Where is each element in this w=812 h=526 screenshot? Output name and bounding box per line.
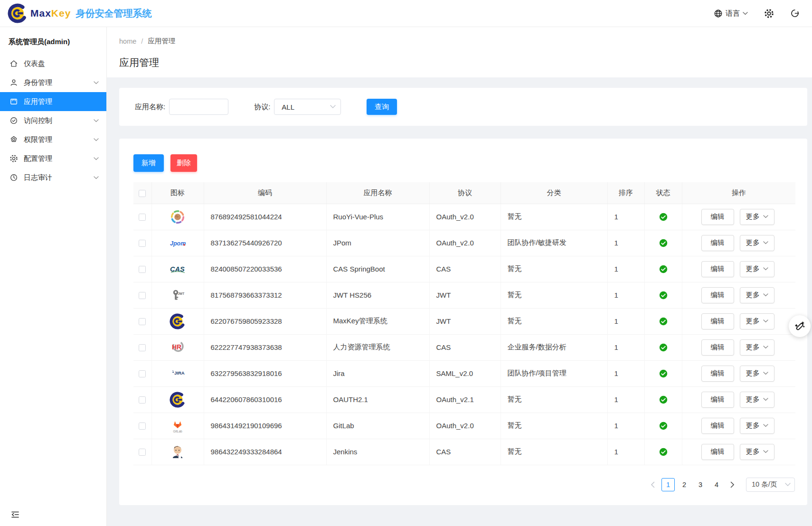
sidebar-item-identity[interactable]: 身份管理 bbox=[0, 73, 106, 92]
svg-text:JIRA: JIRA bbox=[174, 370, 185, 376]
row-checkbox[interactable] bbox=[139, 396, 146, 404]
status-enabled-icon bbox=[659, 343, 668, 352]
sidebar-item-config[interactable]: 配置管理 bbox=[0, 149, 106, 168]
language-selector[interactable]: 语言 bbox=[714, 9, 748, 18]
app-code: 622076759805923328 bbox=[204, 308, 326, 334]
edit-button[interactable]: 编辑 bbox=[701, 209, 734, 225]
page-button[interactable]: 4 bbox=[710, 478, 723, 491]
app-sort: 1 bbox=[607, 413, 644, 439]
chevron-down-icon bbox=[763, 450, 768, 453]
more-button[interactable]: 更多 bbox=[740, 339, 774, 356]
app-name-input[interactable] bbox=[169, 99, 228, 115]
app-sort: 1 bbox=[607, 308, 644, 334]
svg-text:Jpom: Jpom bbox=[170, 240, 186, 247]
app-protocol: OAuth_v2.1 bbox=[429, 386, 500, 413]
app-protocol: CAS bbox=[429, 334, 500, 360]
edit-button[interactable]: 编辑 bbox=[701, 444, 734, 460]
assistant-fab-button[interactable] bbox=[789, 315, 811, 337]
next-page-button[interactable] bbox=[726, 478, 738, 491]
breadcrumb-separator: / bbox=[141, 38, 143, 45]
sidebar-item-apps[interactable]: 应用管理 bbox=[0, 92, 106, 111]
apps-table: 图标 编码 应用名称 协议 分类 排序 状态 操作 8768924 bbox=[133, 182, 795, 465]
maxkey-logo-icon bbox=[8, 3, 28, 23]
app-protocol: OAuth_v2.0 bbox=[429, 230, 500, 256]
more-button[interactable]: 更多 bbox=[740, 418, 774, 434]
app-code: 986432249333284864 bbox=[204, 439, 326, 465]
jwt-icon: JWT bbox=[170, 287, 186, 303]
app-sort: 1 bbox=[607, 334, 644, 360]
row-checkbox[interactable] bbox=[139, 318, 146, 325]
sidebar-item-permissions[interactable]: 权限管理 bbox=[0, 130, 106, 149]
delete-button[interactable]: 删除 bbox=[170, 154, 197, 172]
row-checkbox[interactable] bbox=[139, 370, 146, 377]
sidebar-item-dashboard[interactable]: 仪表盘 bbox=[0, 54, 106, 73]
sidebar-item-audit[interactable]: 日志审计 bbox=[0, 168, 106, 187]
page-size-select[interactable]: 10 条/页 bbox=[746, 478, 795, 492]
more-button[interactable]: 更多 bbox=[740, 392, 774, 408]
settings-button[interactable] bbox=[764, 9, 774, 19]
prev-page-button[interactable] bbox=[646, 478, 659, 491]
breadcrumb-home-link[interactable]: home bbox=[119, 38, 136, 45]
maxkey-icon bbox=[170, 313, 186, 329]
svg-text:HR: HR bbox=[172, 343, 181, 350]
apps-icon bbox=[9, 97, 18, 106]
edit-button[interactable]: 编辑 bbox=[701, 392, 734, 408]
chevron-down-icon bbox=[763, 424, 768, 427]
more-button[interactable]: 更多 bbox=[740, 313, 774, 329]
edit-button[interactable]: 编辑 bbox=[701, 261, 734, 277]
row-checkbox[interactable] bbox=[139, 449, 146, 456]
chevron-down-icon bbox=[94, 81, 99, 85]
chevron-down-icon bbox=[763, 319, 768, 323]
app-code: 986431492190109696 bbox=[204, 413, 326, 439]
app-protocol: OAuth_v2.0 bbox=[429, 413, 500, 439]
edit-button[interactable]: 编辑 bbox=[701, 366, 734, 382]
pagination: 1234 10 条/页 bbox=[133, 478, 795, 492]
select-all-checkbox[interactable] bbox=[139, 190, 146, 197]
page-head: home / 应用管理 应用管理 bbox=[107, 27, 812, 77]
app-category: 企业服务/数据分析 bbox=[500, 334, 607, 360]
breadcrumb: home / 应用管理 bbox=[119, 37, 812, 46]
more-button[interactable]: 更多 bbox=[740, 261, 774, 277]
row-checkbox[interactable] bbox=[139, 214, 146, 221]
more-button[interactable]: 更多 bbox=[740, 209, 774, 225]
logout-button[interactable] bbox=[790, 9, 800, 18]
sidebar-item-access[interactable]: 访问控制 bbox=[0, 111, 106, 130]
app-code: 837136275440926720 bbox=[204, 230, 326, 256]
row-checkbox[interactable] bbox=[139, 423, 146, 430]
edit-button[interactable]: 编辑 bbox=[701, 287, 734, 303]
edit-button[interactable]: 编辑 bbox=[701, 418, 734, 434]
more-button[interactable]: 更多 bbox=[740, 366, 774, 382]
page-button[interactable]: 1 bbox=[661, 478, 675, 491]
app-name: Jenkins bbox=[326, 439, 429, 465]
collapse-sidebar-icon bbox=[10, 510, 20, 519]
status-enabled-icon bbox=[659, 239, 668, 247]
protocol-select[interactable]: ALL bbox=[274, 99, 341, 115]
table-row: 622076759805923328 MaxKey管理系统 JWT 暂无 1 编… bbox=[133, 308, 795, 334]
chevron-down-icon bbox=[94, 157, 99, 160]
edit-button[interactable]: 编辑 bbox=[701, 235, 734, 251]
edit-button[interactable]: 编辑 bbox=[701, 313, 734, 329]
status-enabled-icon bbox=[659, 395, 668, 404]
app-category: 暂无 bbox=[500, 282, 607, 308]
collapse-sidebar-button[interactable] bbox=[10, 510, 20, 519]
more-button[interactable]: 更多 bbox=[740, 287, 774, 303]
row-checkbox[interactable] bbox=[139, 240, 146, 247]
svg-text:GitLab: GitLab bbox=[173, 429, 183, 432]
cas-icon: CAS bbox=[170, 261, 186, 277]
row-checkbox[interactable] bbox=[139, 344, 146, 351]
edit-button[interactable]: 编辑 bbox=[701, 339, 734, 356]
more-button[interactable]: 更多 bbox=[740, 235, 774, 251]
maxkey-icon bbox=[170, 392, 186, 408]
table-row: CAS 824008507220033536 CAS SpringBoot CA… bbox=[133, 256, 795, 282]
more-button[interactable]: 更多 bbox=[740, 444, 774, 460]
filter-card: 应用名称: 协议: ALL 查询 bbox=[119, 88, 807, 126]
page-button[interactable]: 3 bbox=[694, 478, 707, 491]
page-button[interactable]: 2 bbox=[678, 478, 691, 491]
search-button[interactable]: 查询 bbox=[367, 99, 397, 115]
app-name: 人力资源管理系统 bbox=[326, 334, 429, 360]
row-checkbox[interactable] bbox=[139, 266, 146, 273]
sidebar-item-label: 访问控制 bbox=[24, 116, 88, 125]
app-sort: 1 bbox=[607, 360, 644, 386]
row-checkbox[interactable] bbox=[139, 292, 146, 299]
add-button[interactable]: 新增 bbox=[133, 154, 164, 172]
